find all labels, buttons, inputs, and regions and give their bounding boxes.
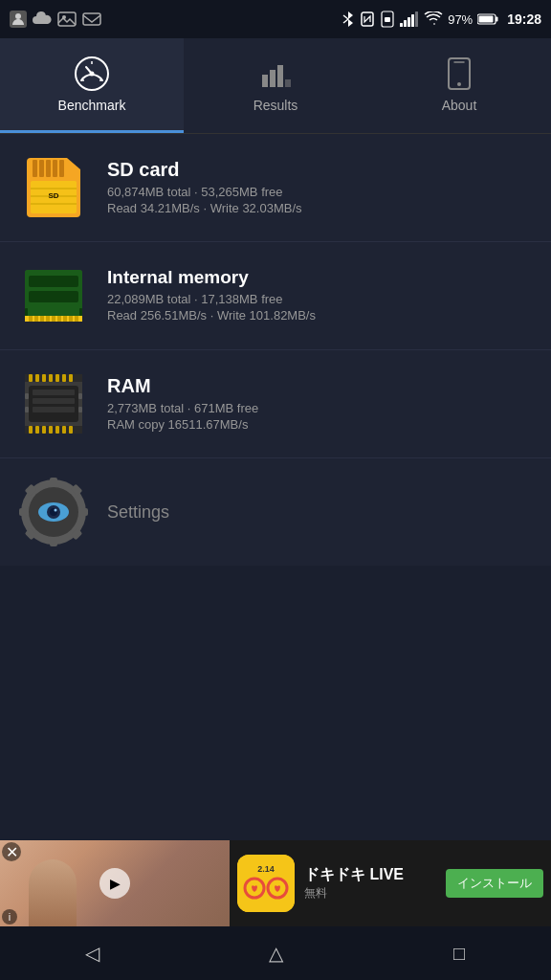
- svg-rect-2: [58, 12, 76, 26]
- sd-card-subtitle2: Read 34.21MB/s · Write 32.03MB/s: [107, 201, 536, 215]
- cloud-icon: [33, 11, 52, 28]
- internal-memory-title: Internal memory: [107, 267, 536, 288]
- svg-rect-64: [42, 374, 46, 382]
- settings-text: Settings: [107, 502, 536, 523]
- image-icon: [57, 11, 77, 28]
- internal-memory-icon: [15, 257, 92, 334]
- svg-rect-48: [29, 316, 33, 322]
- svg-rect-87: [50, 537, 57, 546]
- svg-rect-83: [78, 407, 82, 412]
- ad-app-info: 2.14 ドキドキ LIVE 無料 インストール: [230, 840, 551, 926]
- internal-memory-text: Internal memory 22,089MB total · 17,138M…: [107, 267, 536, 324]
- internal-memory-item[interactable]: Internal memory 22,089MB total · 17,138M…: [0, 242, 551, 350]
- svg-rect-54: [63, 316, 67, 322]
- svg-rect-13: [411, 14, 414, 27]
- svg-rect-49: [34, 316, 38, 322]
- svg-rect-11: [404, 20, 407, 27]
- ad-text-block: ドキドキ LIVE 無料: [304, 865, 436, 902]
- svg-rect-27: [285, 79, 291, 87]
- svg-rect-25: [270, 70, 276, 87]
- svg-rect-82: [25, 407, 29, 412]
- svg-rect-16: [496, 17, 498, 22]
- svg-rect-80: [25, 393, 29, 399]
- svg-rect-60: [25, 374, 82, 382]
- svg-rect-65: [49, 374, 53, 382]
- svg-rect-62: [29, 374, 33, 382]
- tab-about-label: About: [442, 98, 477, 113]
- svg-rect-69: [29, 426, 33, 434]
- ad-info-button[interactable]: i: [2, 909, 17, 924]
- svg-text:SD: SD: [48, 191, 58, 200]
- about-icon: [441, 56, 477, 92]
- ram-item[interactable]: RAM 2,773MB total · 671MB free RAM copy …: [0, 350, 551, 458]
- svg-rect-4: [83, 13, 100, 25]
- battery-percent: 97%: [448, 12, 473, 27]
- ad-close-button[interactable]: ✕: [2, 842, 21, 861]
- svg-rect-81: [78, 393, 82, 399]
- svg-rect-73: [55, 426, 59, 434]
- benchmark-icon: [74, 56, 110, 92]
- svg-rect-61: [25, 426, 82, 434]
- internal-memory-subtitle2: Read 256.51MB/s · Write 101.82MB/s: [107, 308, 536, 323]
- status-icons-right: 97% 19:28: [342, 11, 541, 28]
- svg-rect-57: [25, 308, 28, 316]
- signal-icon: [400, 11, 419, 27]
- svg-rect-10: [400, 23, 403, 27]
- tab-about[interactable]: About: [367, 38, 551, 133]
- svg-rect-37: [59, 160, 64, 177]
- svg-point-97: [55, 509, 57, 512]
- svg-point-20: [90, 72, 95, 77]
- ad-app-name: ドキドキ LIVE: [304, 865, 436, 885]
- svg-rect-14: [415, 11, 418, 27]
- ad-play-button[interactable]: ▶: [99, 868, 130, 899]
- svg-rect-33: [33, 160, 37, 177]
- ad-install-button[interactable]: インストール: [446, 869, 543, 898]
- svg-rect-67: [62, 374, 66, 382]
- svg-point-1: [15, 13, 21, 19]
- ad-video-thumbnail[interactable]: ▶ ✕ i: [0, 840, 230, 926]
- status-icons-left: [10, 11, 101, 28]
- svg-rect-71: [42, 426, 46, 434]
- sd-card-text: SD card 60,874MB total · 53,265MB free R…: [107, 159, 536, 217]
- settings-item[interactable]: Settings: [0, 458, 551, 566]
- settings-title: Settings: [107, 502, 536, 523]
- sd-card-item[interactable]: SD SD card 60,874MB total · 53,265MB fre…: [0, 134, 551, 242]
- nav-bar: ◁ △ □: [0, 926, 551, 980]
- svg-line-6: [343, 19, 348, 23]
- svg-rect-72: [49, 426, 53, 434]
- ad-free-label: 無料: [304, 885, 436, 902]
- svg-line-5: [343, 15, 348, 19]
- svg-rect-53: [57, 316, 61, 322]
- internal-memory-subtitle1: 22,089MB total · 17,138MB free: [107, 292, 536, 306]
- ram-subtitle2: RAM copy 16511.67MB/s: [107, 417, 536, 432]
- tab-results[interactable]: Results: [184, 38, 367, 133]
- ram-text: RAM 2,773MB total · 671MB free RAM copy …: [107, 375, 536, 434]
- svg-rect-79: [33, 407, 75, 412]
- svg-rect-86: [50, 478, 57, 487]
- svg-rect-55: [69, 316, 73, 322]
- svg-rect-26: [277, 65, 283, 87]
- svg-rect-70: [35, 426, 39, 434]
- ram-subtitle1: 2,773MB total · 671MB free: [107, 401, 536, 415]
- svg-rect-56: [75, 316, 78, 322]
- recent-button[interactable]: □: [430, 934, 488, 972]
- bluetooth-icon: [342, 11, 355, 28]
- svg-rect-51: [46, 316, 50, 322]
- back-button[interactable]: ◁: [63, 934, 121, 972]
- svg-rect-45: [29, 276, 78, 287]
- svg-rect-12: [408, 17, 410, 27]
- svg-rect-88: [19, 508, 29, 516]
- svg-rect-68: [69, 374, 73, 382]
- svg-rect-78: [33, 398, 75, 404]
- svg-rect-50: [40, 316, 44, 322]
- home-button[interactable]: △: [247, 934, 304, 972]
- sd-card-title: SD card: [107, 159, 536, 181]
- svg-rect-89: [78, 508, 88, 516]
- svg-rect-52: [52, 316, 55, 322]
- battery-icon: [477, 13, 498, 25]
- content-area: SD SD card 60,874MB total · 53,265MB fre…: [0, 134, 551, 566]
- tab-benchmark[interactable]: Benchmark: [0, 38, 184, 133]
- wifi-icon: [424, 11, 443, 27]
- svg-rect-74: [62, 426, 66, 434]
- settings-icon: [15, 474, 92, 550]
